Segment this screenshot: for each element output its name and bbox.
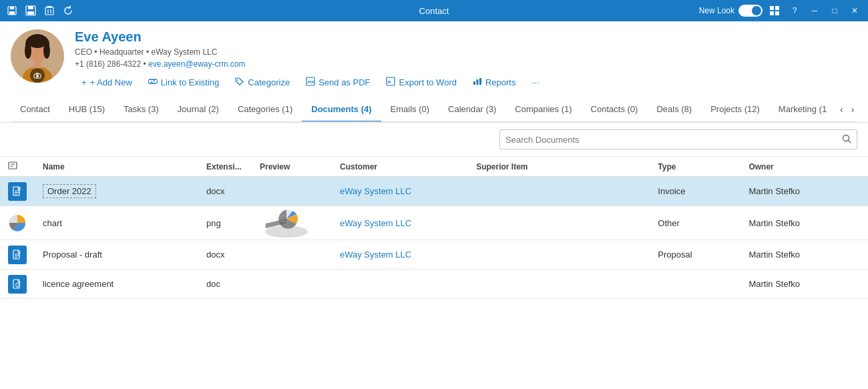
refresh-icon[interactable] [61, 4, 75, 17]
delete-icon[interactable] [43, 4, 56, 17]
search-bar-row [0, 123, 868, 157]
add-new-icon: + [81, 77, 87, 87]
tab-contact[interactable]: Contact [11, 97, 59, 122]
svg-rect-1 [10, 7, 14, 9]
grid-icon[interactable] [767, 3, 783, 19]
new-look-label: New Look [699, 6, 734, 15]
doc-file-icon [8, 275, 27, 294]
new-look-toggle[interactable]: New Look [699, 5, 763, 17]
link-to-existing-button[interactable]: Link to Existing [142, 75, 226, 90]
row-name: licence agreement [35, 270, 198, 299]
save2-icon[interactable] [24, 4, 37, 17]
tab-journal[interactable]: Journal (2) [168, 97, 228, 122]
svg-rect-29 [473, 81, 475, 85]
close-button[interactable]: ✕ [847, 3, 863, 19]
row-customer[interactable]: eWay System LLC [332, 240, 468, 270]
svg-rect-11 [775, 6, 779, 10]
help-button[interactable]: ? [787, 3, 803, 19]
title-bar-left [5, 4, 75, 17]
tab-emails[interactable]: Emails (0) [381, 97, 439, 122]
col-header-preview: Preview [252, 157, 332, 177]
row-name: Proposal - draft [35, 240, 198, 270]
contact-info: Eve Ayeen CEO • Headquarter • eWay Syste… [75, 29, 857, 91]
chart-icon [473, 77, 482, 87]
search-box[interactable] [499, 129, 857, 149]
table-row[interactable]: Proposal - draft docx eWay System LLC Pr… [0, 240, 868, 270]
row-type [650, 270, 740, 299]
row-customer[interactable]: eWay System LLC [332, 206, 468, 240]
toggle-knob [752, 6, 761, 15]
camera-icon[interactable] [30, 68, 45, 83]
minimize-button[interactable]: ─ [807, 3, 823, 19]
svg-rect-12 [770, 11, 774, 15]
col-header-type: Type [650, 157, 740, 177]
row-icon-cell [0, 177, 35, 206]
action-bar: + + Add New Link to Existing Categorize [75, 74, 857, 91]
contact-title: CEO [75, 47, 92, 57]
svg-point-50 [16, 283, 19, 286]
table-row[interactable]: licence agreement doc Martin Stefko [0, 270, 868, 299]
svg-rect-4 [28, 6, 33, 9]
contact-location: Headquarter [99, 47, 144, 57]
table-row[interactable]: chart png [0, 206, 868, 240]
row-type: Invoice [650, 177, 740, 206]
row-superior [468, 177, 650, 206]
word-icon: W [386, 77, 395, 88]
more-button[interactable]: ··· [525, 75, 546, 90]
image-file-icon [8, 214, 27, 232]
contact-company: eWay System LLC [152, 47, 218, 57]
row-superior [468, 270, 650, 299]
categorize-button[interactable]: Categorize [228, 75, 296, 90]
tab-deals[interactable]: Deals (8) [647, 97, 701, 122]
tabs: Contact HUB (15) Tasks (3) Journal (2) C… [11, 97, 857, 122]
row-name: Order 2022 [35, 177, 198, 206]
tab-next-button[interactable]: › [847, 99, 857, 120]
tab-tasks[interactable]: Tasks (3) [114, 97, 168, 122]
row-owner: Martin Stefko [740, 270, 868, 299]
svg-rect-34 [9, 162, 17, 169]
tab-companies[interactable]: Companies (1) [505, 97, 581, 122]
row-extension: doc [198, 270, 252, 299]
new-look-switch[interactable] [738, 5, 763, 17]
contact-email[interactable]: eve.ayeen@eway-crm.com [148, 59, 246, 69]
search-icon [842, 134, 851, 145]
tab-categories[interactable]: Categories (1) [228, 97, 302, 122]
reports-button[interactable]: Reports [466, 75, 523, 90]
col-header-icon [0, 157, 35, 177]
table-row[interactable]: Order 2022 docx eWay System LLC Invoice … [0, 177, 868, 206]
tab-documents[interactable]: Documents (4) [302, 97, 381, 122]
tab-marketing[interactable]: Marketing (1 [769, 97, 836, 122]
pie-chart-preview [260, 206, 313, 240]
tab-calendar[interactable]: Calendar (3) [439, 97, 505, 122]
svg-line-33 [849, 140, 851, 143]
col-header-customer: Customer [332, 157, 468, 177]
row-type: Other [650, 206, 740, 240]
row-extension: docx [198, 240, 252, 270]
tab-prev-button[interactable]: ‹ [836, 99, 847, 120]
tab-contacts[interactable]: Contacts (0) [582, 97, 648, 122]
svg-point-21 [27, 35, 47, 48]
contact-phone: +1 (816) 286-4322 [75, 59, 141, 69]
svg-rect-30 [476, 79, 478, 85]
send-as-pdf-button[interactable]: PDF Send as PDF [299, 74, 377, 91]
save-icon[interactable] [5, 4, 19, 17]
avatar-container [11, 29, 64, 83]
title-bar: Contact New Look ? ─ □ ✕ [0, 0, 868, 21]
contact-details: +1 (816) 286-4322 • eve.ayeen@eway-crm.c… [75, 59, 857, 69]
export-to-word-button[interactable]: W Export to Word [379, 74, 463, 91]
search-documents-input[interactable] [505, 135, 842, 145]
maximize-button[interactable]: □ [827, 3, 843, 19]
row-icon-cell [0, 240, 35, 270]
doc-file-icon [8, 246, 27, 264]
contact-subtitle: CEO • Headquarter • eWay System LLC [75, 47, 857, 57]
add-new-button[interactable]: + + Add New [75, 75, 139, 90]
tab-projects[interactable]: Projects (12) [701, 97, 769, 122]
svg-text:W: W [388, 80, 391, 84]
svg-rect-38 [18, 187, 21, 189]
row-superior [468, 240, 650, 270]
row-icon-cell [0, 270, 35, 299]
row-preview [252, 240, 332, 270]
tab-hub[interactable]: HUB (15) [59, 97, 114, 122]
row-type: Proposal [650, 240, 740, 270]
row-customer[interactable]: eWay System LLC [332, 177, 468, 206]
